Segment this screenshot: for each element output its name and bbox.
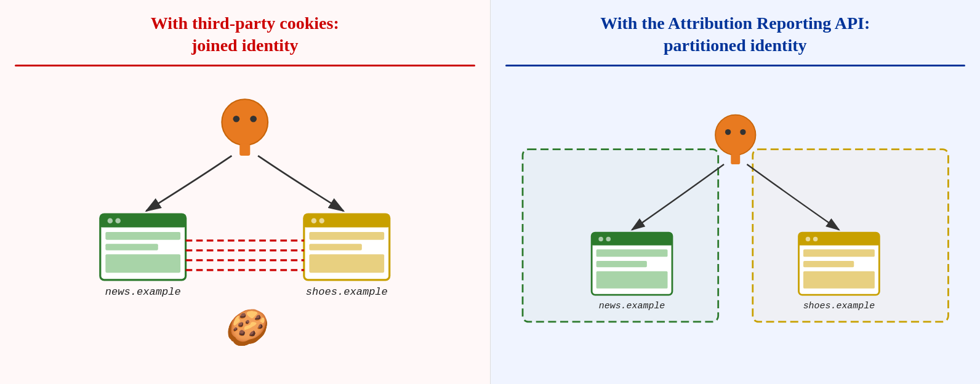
svg-point-35 — [598, 236, 603, 241]
svg-rect-10 — [105, 244, 158, 250]
svg-point-31 — [740, 129, 745, 135]
right-panel: With the Attribution Reporting API: part… — [491, 0, 981, 384]
svg-point-36 — [606, 236, 610, 241]
svg-text:shoes.example: shoes.example — [306, 286, 388, 298]
svg-rect-17 — [309, 244, 361, 250]
svg-rect-11 — [105, 254, 180, 273]
left-diagram-area: news.example shoes.example 🍪 — [15, 76, 475, 372]
svg-rect-3 — [239, 144, 250, 156]
svg-point-1 — [233, 116, 240, 122]
svg-point-29 — [715, 114, 755, 154]
right-title: With the Attribution Reporting API: part… — [505, 12, 966, 57]
svg-point-42 — [805, 236, 809, 241]
svg-rect-39 — [596, 271, 667, 289]
svg-point-15 — [319, 218, 324, 223]
svg-text:news.example: news.example — [105, 286, 181, 298]
svg-point-30 — [725, 129, 730, 135]
svg-point-14 — [311, 218, 317, 223]
right-diagram-area: news.example shoes.example — [505, 76, 966, 372]
svg-rect-44 — [803, 249, 875, 257]
left-divider — [15, 65, 475, 66]
right-title-line1: With the Attribution Reporting API: — [505, 12, 966, 34]
right-diagram-svg: news.example shoes.example — [505, 76, 966, 372]
left-panel: With third-party cookies: joined identit… — [0, 0, 491, 384]
svg-point-8 — [115, 218, 121, 223]
left-title-line1: With third-party cookies: — [15, 12, 475, 34]
svg-rect-34 — [592, 233, 672, 246]
svg-point-2 — [250, 116, 257, 122]
svg-rect-6 — [100, 214, 186, 227]
svg-point-0 — [222, 99, 268, 145]
svg-rect-18 — [309, 254, 384, 273]
svg-rect-37 — [596, 249, 667, 257]
left-title-line2: joined identity — [15, 34, 475, 57]
left-title: With third-party cookies: joined identit… — [15, 12, 475, 57]
svg-rect-38 — [596, 261, 646, 267]
svg-rect-13 — [304, 214, 390, 227]
svg-rect-32 — [731, 154, 740, 164]
svg-rect-41 — [798, 233, 879, 246]
right-divider — [505, 65, 966, 66]
svg-rect-16 — [309, 232, 384, 240]
svg-text:shoes.example: shoes.example — [803, 300, 875, 310]
svg-rect-9 — [105, 232, 180, 240]
svg-point-7 — [108, 218, 113, 223]
svg-point-43 — [813, 236, 817, 241]
svg-text:news.example: news.example — [598, 300, 665, 310]
svg-rect-46 — [803, 271, 875, 289]
svg-rect-45 — [803, 261, 854, 267]
left-diagram-svg: news.example shoes.example 🍪 — [15, 76, 475, 372]
right-title-line2: partitioned identity — [505, 34, 966, 57]
svg-text:🍪: 🍪 — [221, 307, 275, 350]
